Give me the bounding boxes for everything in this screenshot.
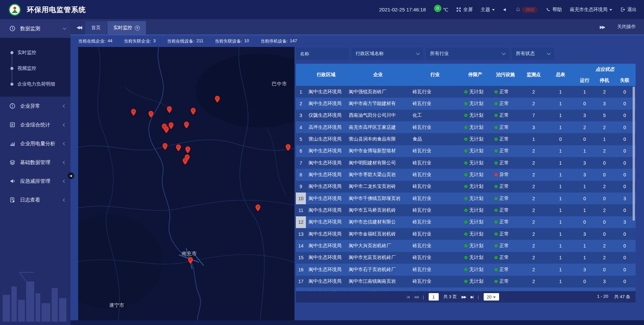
phone-icon (546, 7, 550, 12)
chevron-left-icon (63, 198, 66, 202)
theme-dropdown[interactable]: 主题 (481, 7, 495, 13)
tab-active[interactable]: 实时监控✕ (107, 21, 146, 35)
sidebar-group-item[interactable]: 基础数据管理 (0, 153, 70, 172)
status-dot (494, 126, 498, 129)
sidebar-group-item[interactable]: 企业用电量分析 (0, 134, 70, 153)
map-marker-pin-icon[interactable] (164, 126, 169, 135)
sidebar-group-item[interactable]: 企业综合统计 (0, 115, 70, 134)
map-marker-pin-icon[interactable] (191, 108, 196, 116)
cell-facility: 正常 (490, 276, 521, 287)
map-marker-pin-icon[interactable] (167, 106, 172, 115)
table-row[interactable]: 16阆中生态环境局阆中市石子页岩机砖厂砖瓦行业无计划正常21300 (296, 264, 636, 275)
help-button[interactable]: 帮助 (546, 7, 562, 13)
cell-total: 1 (547, 216, 574, 228)
page-number-input[interactable] (429, 293, 439, 301)
col-stop-plan: 停限产 (460, 64, 490, 86)
sidebar-group-item[interactable]: 数据监测 (0, 19, 70, 38)
close-operations-dropdown[interactable]: 关闭操作 (617, 24, 636, 30)
notification-button[interactable]: 2632 (516, 7, 538, 13)
stat-label: 当前停机设备: (260, 38, 288, 44)
table-row[interactable]: 5营山生态环境局营山县润丰肉食品有限食品无计划正常10010 (296, 133, 636, 145)
sidebar-group-label: 日志查看 (20, 197, 63, 203)
cell-region: 阆中生态环境局 (306, 169, 346, 180)
cell-facility: 正常 (490, 98, 521, 109)
table-row[interactable]: 18南部生态环境局南部县双佳上河砖有限公砖瓦行业无计划正常21000 (296, 287, 636, 291)
last-page-button[interactable]: ▶| (471, 295, 473, 299)
table-row[interactable]: 3仪陇生态环境局西南油气田分公司川中化工无计划正常71350 (296, 110, 636, 121)
cell-facility: 正常 (490, 193, 521, 204)
tab-close-icon[interactable]: ✕ (135, 25, 140, 31)
cell-stop-plan: 无计划 (460, 252, 490, 264)
map-marker-pin-icon[interactable] (285, 144, 291, 153)
map-marker-pin-icon[interactable] (214, 96, 220, 104)
name-search-input[interactable] (300, 51, 345, 56)
map-marker-pin-icon[interactable] (185, 146, 191, 155)
industry-select[interactable]: 所有行业 (426, 48, 509, 60)
cell-run: 1 (574, 145, 595, 157)
map-marker-pin-icon[interactable] (255, 204, 261, 213)
volume-button[interactable] (503, 7, 507, 12)
sidebar-submenu-item[interactable]: 实时监控 (0, 45, 70, 60)
chevron-down-icon (502, 51, 505, 55)
sidebar-group-item[interactable]: 企业异常 (0, 97, 70, 115)
table-scrollbar[interactable] (633, 87, 635, 221)
table-row[interactable]: 8阆中生态环境局阆中市枣碧大梁山页岩砖瓦行业无计划异常21300 (296, 169, 636, 180)
map-marker-pin-icon[interactable] (182, 158, 188, 166)
cell-monitor: 2 (521, 98, 547, 109)
sidebar-collapse-button[interactable]: ◀ (67, 172, 74, 179)
table-row[interactable]: 17阆中生态环境局阆中市江南镇阆南页岩砖瓦行业无计划正常21030 (296, 276, 636, 287)
cell-industry: 砖瓦行业 (410, 181, 460, 193)
status-select[interactable]: 所有状态 (512, 48, 554, 60)
table-row[interactable]: 2阆中生态环境局阆中市南方节能建材有砖瓦行业无计划正常21030 (296, 98, 636, 109)
table-row[interactable]: 14阆中生态环境局阆中大兴页岩机砖厂砖瓦行业无计划正常21120 (296, 240, 636, 252)
cell-stop: 0 (595, 193, 614, 204)
table-row[interactable]: 9阆中生态环境局阆中市二龙长宝页岩砖砖瓦行业无计划正常21120 (296, 181, 636, 193)
table-row[interactable]: 12阆中生态环境局阆中市忠信建材有限公砖瓦行业无计划正常21003 (296, 216, 636, 228)
tab-label: 首页 (91, 25, 101, 31)
cell-total: 1 (547, 287, 574, 291)
prev-page-button[interactable]: ◀◀ (414, 295, 418, 299)
table-row[interactable]: 6阆中生态环境局阆中市金博瑞新型墙材砖瓦行业无计划正常21120 (296, 145, 636, 157)
stats-bar: 当前在线企业:44当前失联企业:3当前在线设备:211当前失联设备:10当前停机… (70, 36, 644, 47)
next-page-button[interactable]: ▶▶ (462, 295, 466, 299)
table-row[interactable]: 13阆中生态环境局阆中市金福旺页岩机砖砖瓦行业无计划正常21300 (296, 228, 636, 240)
sidebar-group-item[interactable]: 应急减排管理 (0, 172, 70, 191)
tab-item[interactable]: 首页 (85, 21, 107, 35)
status-dot (464, 126, 468, 129)
map-marker-pin-icon[interactable] (176, 144, 181, 153)
map-marker-pin-icon[interactable] (148, 111, 154, 119)
sidebar-submenu-item[interactable]: 视频监控 (0, 60, 70, 76)
map-marker-pin-icon[interactable] (187, 257, 193, 266)
cell-total: 1 (547, 252, 574, 264)
status-dot (464, 185, 468, 188)
cell-region: 阆中生态环境局 (306, 228, 346, 240)
tabs-scroll-right-button[interactable]: ▶▶ (597, 24, 607, 30)
sidebar-group-item[interactable]: 日志查看 (0, 191, 70, 209)
map-marker-pin-icon[interactable] (131, 109, 137, 117)
sidebar-submenu-item[interactable]: 企业电力负荷明细 (0, 76, 70, 92)
bell-icon (516, 7, 521, 12)
org-dropdown[interactable]: 南充市生态环境局 (570, 7, 612, 13)
tabs-scroll-left-button[interactable]: ◀◀ (74, 25, 84, 30)
logout-button[interactable]: 退出 (620, 7, 637, 13)
cell-stop: 0 (595, 157, 614, 169)
fullscreen-button[interactable]: 全屏 (456, 7, 473, 13)
map-panel[interactable]: 巴中市南充市遂宁市 (78, 47, 294, 320)
stat-item: 当前停机设备:147 (260, 38, 297, 44)
table-row[interactable]: 4高坪生态环境局南充市高坪区王家店建砖瓦行业无计划正常31220 (296, 121, 636, 133)
first-page-button[interactable]: |◀ (407, 295, 409, 299)
region-select[interactable]: 行政区域名称 (352, 48, 423, 60)
map-marker-pin-icon[interactable] (162, 143, 168, 152)
table-row[interactable]: 10阆中生态环境局阆中市千佛镇五郎垭页岩砖瓦行业无计划正常21003 (296, 193, 636, 204)
page-size-select[interactable]: 20 (484, 293, 499, 301)
status-dot (494, 90, 498, 94)
status-dot (464, 280, 468, 283)
map-marker-pin-icon[interactable] (184, 121, 190, 130)
cell-run: 0 (574, 193, 595, 204)
table-row[interactable]: 11阆中生态环境局阆中市五马桥页岩机砖砖瓦行业无计划正常21120 (296, 204, 636, 216)
table-row[interactable]: 15阆中生态环境局阆中市光富页岩机砖厂砖瓦行业无计划正常21120 (296, 252, 636, 264)
table-row[interactable]: 7阆中生态环境局阆中明阳建材有限公司砖瓦行业无计划正常21300 (296, 157, 636, 169)
chevron-left-icon (63, 104, 66, 108)
table-row[interactable]: 1阆中生态环境局阆中强锐页岩砖厂砖瓦行业无计划正常21120 (296, 86, 636, 98)
cell-stop: 2 (595, 145, 614, 157)
